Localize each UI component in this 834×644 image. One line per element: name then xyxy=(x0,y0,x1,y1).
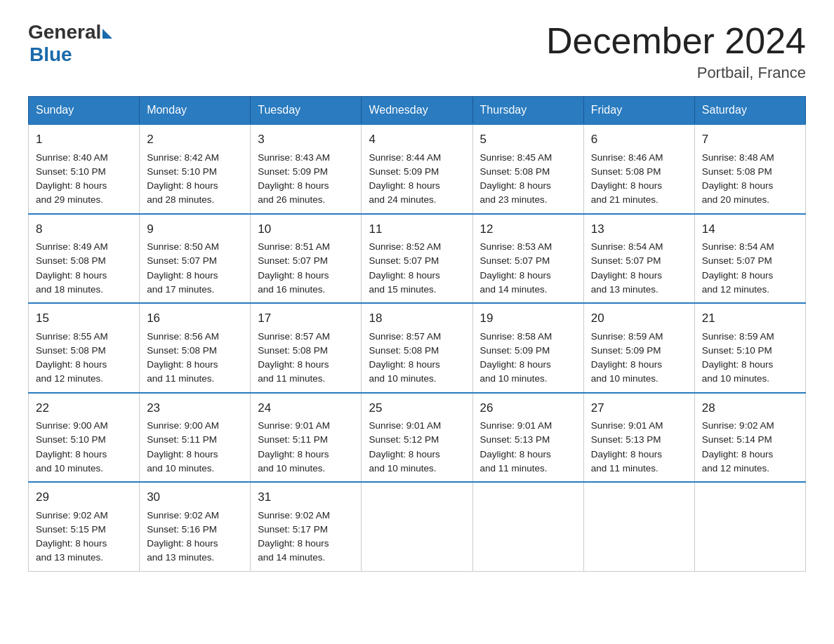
day-of-week-header: Sunday xyxy=(29,97,140,125)
title-section: December 2024 Portbail, France xyxy=(546,21,806,82)
calendar-cell: 8Sunrise: 8:49 AMSunset: 5:08 PMDaylight… xyxy=(29,214,140,304)
calendar-cell: 7Sunrise: 8:48 AMSunset: 5:08 PMDaylight… xyxy=(694,124,805,214)
day-of-week-header: Thursday xyxy=(472,97,583,125)
logo-blue-text: Blue xyxy=(29,43,72,66)
calendar-cell: 15Sunrise: 8:55 AMSunset: 5:08 PMDayligh… xyxy=(29,303,140,393)
day-number: 19 xyxy=(480,309,576,328)
calendar-cell: 9Sunrise: 8:50 AMSunset: 5:07 PMDaylight… xyxy=(140,214,251,304)
calendar-cell: 26Sunrise: 9:01 AMSunset: 5:13 PMDayligh… xyxy=(472,393,583,483)
calendar-cell: 21Sunrise: 8:59 AMSunset: 5:10 PMDayligh… xyxy=(694,303,805,393)
day-of-week-header: Saturday xyxy=(694,97,805,125)
calendar-cell: 19Sunrise: 8:58 AMSunset: 5:09 PMDayligh… xyxy=(472,303,583,393)
calendar-cell: 16Sunrise: 8:56 AMSunset: 5:08 PMDayligh… xyxy=(140,303,251,393)
calendar-cell: 20Sunrise: 8:59 AMSunset: 5:09 PMDayligh… xyxy=(583,303,694,393)
calendar-cell: 13Sunrise: 8:54 AMSunset: 5:07 PMDayligh… xyxy=(583,214,694,304)
calendar-cell xyxy=(472,482,583,571)
calendar-cell: 17Sunrise: 8:57 AMSunset: 5:08 PMDayligh… xyxy=(251,303,362,393)
calendar-header-row: SundayMondayTuesdayWednesdayThursdayFrid… xyxy=(29,97,806,125)
day-number: 26 xyxy=(480,399,576,417)
calendar-cell: 12Sunrise: 8:53 AMSunset: 5:07 PMDayligh… xyxy=(472,214,583,304)
day-number: 12 xyxy=(480,220,576,239)
calendar-cell: 6Sunrise: 8:46 AMSunset: 5:08 PMDaylight… xyxy=(583,124,694,214)
calendar-cell xyxy=(362,482,472,571)
logo-arrow-icon xyxy=(102,29,112,39)
day-number: 30 xyxy=(147,488,243,507)
calendar-cell xyxy=(694,482,805,571)
day-number: 22 xyxy=(36,399,132,417)
calendar-cell: 3Sunrise: 8:43 AMSunset: 5:09 PMDaylight… xyxy=(251,124,362,214)
day-of-week-header: Wednesday xyxy=(362,97,472,125)
calendar-week-row: 22Sunrise: 9:00 AMSunset: 5:10 PMDayligh… xyxy=(29,393,806,483)
calendar-cell: 11Sunrise: 8:52 AMSunset: 5:07 PMDayligh… xyxy=(362,214,472,304)
day-number: 13 xyxy=(591,220,687,239)
calendar-cell: 4Sunrise: 8:44 AMSunset: 5:09 PMDaylight… xyxy=(362,124,472,214)
day-number: 17 xyxy=(258,309,354,328)
day-number: 9 xyxy=(147,220,243,239)
day-of-week-header: Friday xyxy=(583,97,694,125)
day-number: 8 xyxy=(36,220,132,239)
calendar-cell: 30Sunrise: 9:02 AMSunset: 5:16 PMDayligh… xyxy=(140,482,251,571)
page-header: General Blue December 2024 Portbail, Fra… xyxy=(28,21,806,82)
calendar-cell: 28Sunrise: 9:02 AMSunset: 5:14 PMDayligh… xyxy=(694,393,805,483)
calendar-cell: 18Sunrise: 8:57 AMSunset: 5:08 PMDayligh… xyxy=(362,303,472,393)
calendar-week-row: 15Sunrise: 8:55 AMSunset: 5:08 PMDayligh… xyxy=(29,303,806,393)
calendar-week-row: 1Sunrise: 8:40 AMSunset: 5:10 PMDaylight… xyxy=(29,124,806,214)
day-number: 5 xyxy=(480,130,576,149)
calendar-cell: 31Sunrise: 9:02 AMSunset: 5:17 PMDayligh… xyxy=(251,482,362,571)
day-number: 10 xyxy=(258,220,354,239)
calendar-week-row: 8Sunrise: 8:49 AMSunset: 5:08 PMDaylight… xyxy=(29,214,806,304)
day-number: 11 xyxy=(369,220,465,239)
day-number: 25 xyxy=(369,399,465,417)
calendar-cell xyxy=(583,482,694,571)
day-number: 2 xyxy=(147,130,243,149)
day-number: 21 xyxy=(702,309,798,328)
calendar-table: SundayMondayTuesdayWednesdayThursdayFrid… xyxy=(28,96,806,572)
location: Portbail, France xyxy=(546,64,806,82)
calendar-cell: 22Sunrise: 9:00 AMSunset: 5:10 PMDayligh… xyxy=(29,393,140,483)
day-of-week-header: Monday xyxy=(140,97,251,125)
calendar-cell: 24Sunrise: 9:01 AMSunset: 5:11 PMDayligh… xyxy=(251,393,362,483)
day-number: 31 xyxy=(258,488,354,507)
day-number: 28 xyxy=(702,399,798,417)
calendar-week-row: 29Sunrise: 9:02 AMSunset: 5:15 PMDayligh… xyxy=(29,482,806,571)
day-number: 14 xyxy=(702,220,798,239)
calendar-cell: 5Sunrise: 8:45 AMSunset: 5:08 PMDaylight… xyxy=(472,124,583,214)
logo: General Blue xyxy=(28,21,112,66)
calendar-cell: 27Sunrise: 9:01 AMSunset: 5:13 PMDayligh… xyxy=(583,393,694,483)
day-number: 18 xyxy=(369,309,465,328)
day-number: 23 xyxy=(147,399,243,417)
calendar-cell: 23Sunrise: 9:00 AMSunset: 5:11 PMDayligh… xyxy=(140,393,251,483)
month-title: December 2024 xyxy=(546,21,806,61)
day-number: 1 xyxy=(36,130,132,149)
day-number: 20 xyxy=(591,309,687,328)
day-of-week-header: Tuesday xyxy=(251,97,362,125)
day-number: 29 xyxy=(36,488,132,507)
calendar-cell: 10Sunrise: 8:51 AMSunset: 5:07 PMDayligh… xyxy=(251,214,362,304)
day-number: 4 xyxy=(369,130,465,149)
calendar-cell: 29Sunrise: 9:02 AMSunset: 5:15 PMDayligh… xyxy=(29,482,140,571)
day-number: 16 xyxy=(147,309,243,328)
day-number: 27 xyxy=(591,399,687,417)
calendar-cell: 25Sunrise: 9:01 AMSunset: 5:12 PMDayligh… xyxy=(362,393,472,483)
calendar-cell: 2Sunrise: 8:42 AMSunset: 5:10 PMDaylight… xyxy=(140,124,251,214)
day-number: 15 xyxy=(36,309,132,328)
calendar-cell: 14Sunrise: 8:54 AMSunset: 5:07 PMDayligh… xyxy=(694,214,805,304)
day-number: 7 xyxy=(702,130,798,149)
day-number: 24 xyxy=(258,399,354,417)
day-number: 6 xyxy=(591,130,687,149)
day-number: 3 xyxy=(258,130,354,149)
calendar-cell: 1Sunrise: 8:40 AMSunset: 5:10 PMDaylight… xyxy=(29,124,140,214)
logo-general-text: General xyxy=(28,21,101,43)
